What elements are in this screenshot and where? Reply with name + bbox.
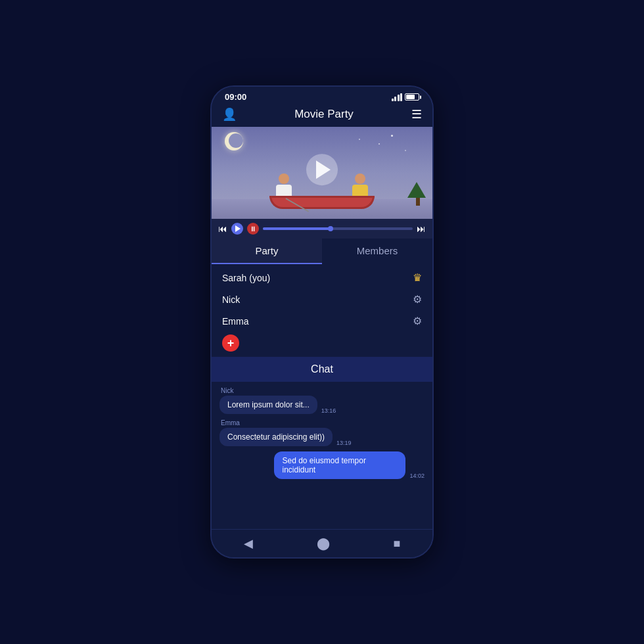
message-time: 13:16	[321, 407, 336, 414]
tab-party[interactable]: Party	[212, 239, 322, 264]
video-scene	[212, 127, 432, 219]
boat	[269, 196, 375, 209]
tabs-row: Party Members	[212, 239, 432, 264]
chat-messages: Nick Lorem ipsum dolor sit... 13:16 Emma…	[212, 382, 432, 529]
settings-icon[interactable]: ⚙	[413, 315, 422, 327]
message-sender: Nick	[219, 387, 425, 394]
status-time: 09:00	[225, 92, 246, 102]
member-name: Sarah (you)	[222, 273, 270, 283]
chat-title: Chat	[311, 363, 333, 375]
message-bubble: Consectetur adipiscing elit))	[219, 428, 333, 446]
message-time: 13:19	[336, 440, 352, 446]
play-icon	[235, 225, 241, 232]
star	[391, 135, 393, 137]
party-member-nick: Nick ⚙	[212, 288, 432, 310]
star	[359, 139, 360, 140]
member-name: Emma	[222, 316, 248, 327]
play-triangle-icon	[316, 160, 331, 179]
video-controls: ⏮ ⏸ ⏭	[212, 219, 432, 239]
message-bubble: Sed do eiusmod tempor incididunt	[274, 451, 405, 479]
message-nick: Nick Lorem ipsum dolor sit... 13:16	[219, 387, 425, 414]
video-player[interactable]: ⏮ ⏸ ⏭	[212, 127, 432, 239]
signal-icon	[392, 93, 403, 101]
message-time: 14:02	[409, 472, 425, 479]
app-header: 👤 Movie Party ☰	[212, 104, 432, 127]
party-member-emma: Emma ⚙	[212, 310, 432, 332]
phone-frame: 09:00 👤 Movie Party ☰	[210, 85, 434, 559]
member-name: Nick	[222, 294, 240, 305]
star	[379, 143, 380, 145]
home-nav-button[interactable]: ⬤	[317, 536, 330, 551]
skip-forward-button[interactable]: ⏭	[417, 223, 426, 234]
profile-icon[interactable]: 👤	[222, 107, 237, 122]
page-title: Movie Party	[294, 108, 354, 121]
message-emma: Emma Consectetur adipiscing elit)) 13:19	[219, 419, 425, 446]
tab-members[interactable]: Members	[322, 239, 432, 264]
message-sender: Emma	[219, 419, 425, 426]
moon	[225, 132, 243, 150]
play-button[interactable]	[306, 154, 338, 185]
recents-nav-button[interactable]: ■	[394, 537, 401, 551]
star	[405, 150, 406, 151]
play-control-button[interactable]	[231, 223, 243, 235]
skip-back-button[interactable]: ⏮	[218, 223, 227, 234]
progress-thumb[interactable]	[328, 226, 333, 231]
progress-fill	[263, 227, 331, 230]
chat-header: Chat	[212, 357, 432, 382]
add-member-button[interactable]: +	[222, 334, 239, 352]
menu-icon[interactable]: ☰	[411, 107, 422, 122]
status-bar: 09:00	[212, 87, 432, 104]
tree	[410, 182, 426, 206]
progress-bar[interactable]	[263, 227, 413, 230]
nav-bar: ◀ ⬤ ■	[212, 529, 432, 557]
party-list: Sarah (you) ♛ Nick ⚙ Emma ⚙ +	[212, 264, 432, 357]
message-bubble: Lorem ipsum dolor sit...	[219, 396, 317, 414]
party-member-sarah: Sarah (you) ♛	[212, 267, 432, 288]
battery-icon	[405, 93, 419, 101]
settings-icon[interactable]: ⚙	[413, 293, 422, 306]
crown-icon: ♛	[413, 271, 422, 284]
pause-button[interactable]: ⏸	[247, 223, 259, 235]
status-icons	[392, 93, 420, 101]
back-nav-button[interactable]: ◀	[244, 536, 253, 551]
message-own: 14:02 Sed do eiusmod tempor incididunt	[219, 451, 425, 479]
